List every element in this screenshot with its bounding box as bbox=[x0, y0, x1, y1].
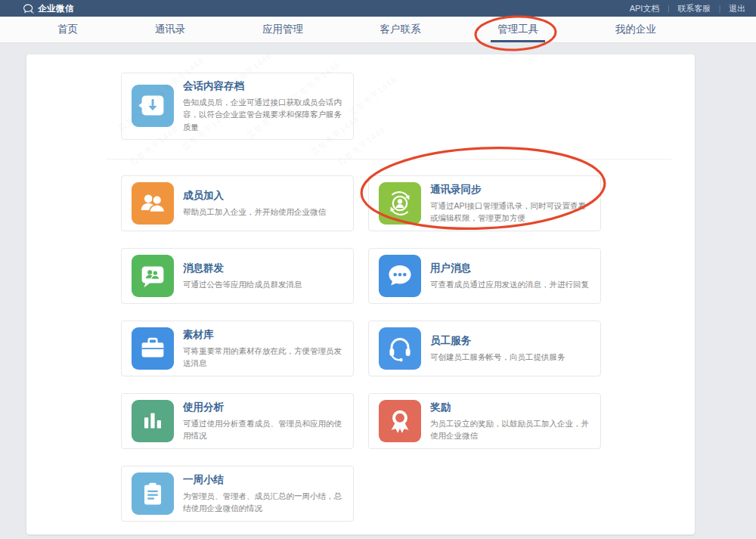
content-panel: 会话内容存档 告知成员后，企业可通过接口获取成员会话内容，以符合企业监管合规要求… bbox=[26, 54, 695, 534]
nav-tab-3[interactable]: 客户联系 bbox=[377, 17, 424, 42]
top-link-separator: ｜ bbox=[665, 3, 672, 14]
tool-card-material-library[interactable]: 素材库可将重要常用的素材存放在此，方便管理员发送消息 bbox=[121, 321, 354, 376]
tool-card-reward[interactable]: 奖励为员工设立的奖励，以鼓励员工加入企业，并使用企业微信 bbox=[368, 393, 601, 449]
tool-card-staff-service[interactable]: 员工服务可创建员工服务帐号，向员工提供服务 bbox=[368, 321, 601, 376]
wechat-work-bubble-icon bbox=[23, 4, 34, 14]
card-desc: 可通过使用分析查看成员、管理员和应用的使用情况 bbox=[183, 417, 344, 442]
card-title: 奖励 bbox=[430, 401, 591, 414]
card-title: 消息群发 bbox=[183, 262, 344, 275]
usage-analysis-icon bbox=[132, 400, 174, 442]
user-message-icon bbox=[379, 255, 421, 297]
archive-download-icon bbox=[132, 85, 174, 127]
card-title: 用户消息 bbox=[430, 262, 591, 275]
nav-tab-2[interactable]: 应用管理 bbox=[259, 17, 306, 42]
page-background: 会话内容存档 告知成员后，企业可通过接口获取成员会话内容，以符合企业监管合规要求… bbox=[0, 43, 756, 539]
card-desc: 帮助员工加入企业，并开始使用企业微信 bbox=[183, 206, 344, 218]
nav-tab-0[interactable]: 首页 bbox=[54, 17, 81, 42]
main-nav: 首页通讯录应用管理客户联系管理工具我的企业 bbox=[0, 17, 756, 43]
card-desc: 告知成员后，企业可通过接口获取成员会话内容，以符合企业监管合规要求和保障客户服务… bbox=[183, 96, 344, 133]
contacts-sync-icon bbox=[379, 182, 421, 225]
app-logo[interactable]: 企业微信 bbox=[23, 3, 74, 14]
tool-card-user-message[interactable]: 用户消息可查看成员通过应用发送的消息，并进行回复 bbox=[368, 248, 601, 304]
card-desc: 可查看成员通过应用发送的消息，并进行回复 bbox=[430, 278, 591, 290]
tool-card-contacts-sync[interactable]: 通讯录同步可通过API接口管理通讯录，同时可设置查看或编辑权限，管理更加方便 bbox=[368, 175, 601, 231]
tool-card-session-archive[interactable]: 会话内容存档 告知成员后，企业可通过接口获取成员会话内容，以符合企业监管合规要求… bbox=[121, 73, 354, 140]
material-library-icon bbox=[132, 327, 174, 370]
app-logo-text: 企业微信 bbox=[38, 3, 74, 14]
section-divider bbox=[106, 159, 671, 160]
card-title: 一周小结 bbox=[183, 473, 344, 487]
tool-card-weekly-summary[interactable]: 一周小结为管理员、管理者、成员汇总的一周小结，总结使用企业微信的情况 bbox=[121, 466, 354, 522]
nav-tab-1[interactable]: 通讯录 bbox=[152, 17, 189, 42]
card-title: 通讯录同步 bbox=[430, 183, 591, 197]
nav-tab-5[interactable]: 我的企业 bbox=[612, 17, 659, 42]
top-link-2[interactable]: 退出 bbox=[729, 3, 745, 14]
reward-icon bbox=[379, 400, 421, 442]
card-title: 会话内容存档 bbox=[183, 79, 344, 93]
card-desc: 可将重要常用的素材存放在此，方便管理员发送消息 bbox=[183, 345, 344, 370]
tool-card-members-join[interactable]: 成员加入帮助员工加入企业，并开始使用企业微信 bbox=[121, 175, 354, 231]
card-desc: 可通过公告等应用给成员群发消息 bbox=[183, 278, 344, 290]
top-link-separator: ｜ bbox=[716, 3, 723, 14]
card-desc: 可通过API接口管理通讯录，同时可设置查看或编辑权限，管理更加方便 bbox=[430, 200, 591, 225]
tool-card-message-broadcast[interactable]: 消息群发可通过公告等应用给成员群发消息 bbox=[121, 248, 354, 304]
weekly-summary-icon bbox=[132, 472, 174, 515]
card-desc: 为管理员、管理者、成员汇总的一周小结，总结使用企业微信的情况 bbox=[183, 490, 344, 515]
card-title: 员工服务 bbox=[430, 334, 591, 348]
card-title: 素材库 bbox=[183, 328, 344, 342]
top-link-1[interactable]: 联系客服 bbox=[677, 3, 711, 14]
card-desc: 为员工设立的奖励，以鼓励员工加入企业，并使用企业微信 bbox=[430, 417, 591, 442]
card-title: 使用分析 bbox=[183, 401, 344, 414]
top-link-0[interactable]: API文档 bbox=[630, 3, 660, 14]
top-links: API文档｜联系客服｜退出 bbox=[630, 3, 745, 14]
top-bar: 企业微信 API文档｜联系客服｜退出 bbox=[0, 0, 756, 17]
message-broadcast-icon bbox=[132, 255, 174, 297]
card-title: 成员加入 bbox=[183, 189, 344, 203]
tool-card-usage-analysis[interactable]: 使用分析可通过使用分析查看成员、管理员和应用的使用情况 bbox=[121, 393, 354, 449]
members-join-icon bbox=[132, 182, 174, 225]
staff-service-icon bbox=[379, 327, 421, 370]
nav-tab-4-active[interactable]: 管理工具 bbox=[494, 17, 541, 42]
card-desc: 可创建员工服务帐号，向员工提供服务 bbox=[430, 351, 591, 363]
tools-grid: 成员加入帮助员工加入企业，并开始使用企业微信 通讯录同步可通过API接口管理通讯… bbox=[121, 175, 695, 539]
